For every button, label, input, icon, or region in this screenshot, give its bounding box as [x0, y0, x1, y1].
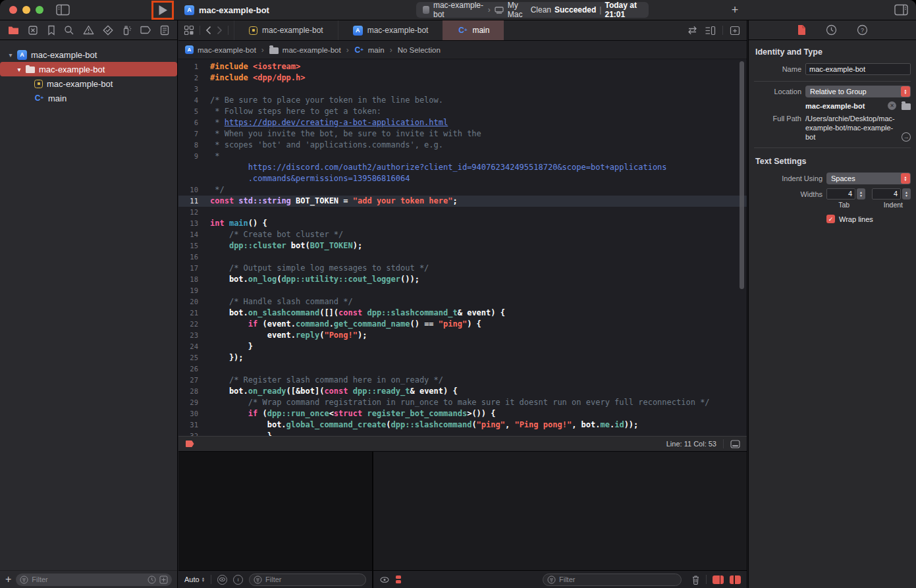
toggle-navigator-icon[interactable] [56, 4, 70, 16]
history-inspector-icon[interactable] [826, 24, 837, 36]
code-line[interactable]: https://discord.com/oauth2/authorize?cli… [178, 162, 747, 173]
line-number-gutter[interactable]: 3 [178, 84, 205, 95]
code-line[interactable]: 9 * [178, 151, 747, 162]
code-line[interactable]: 25 }); [178, 352, 747, 363]
code-line[interactable]: 27 /* Register slash command here in on_… [178, 375, 747, 386]
open-path-arrow-icon[interactable]: → [902, 132, 911, 142]
code-line[interactable]: .commands&permissions=139586816064 [178, 173, 747, 184]
show-variables-eye-icon[interactable] [217, 575, 227, 585]
line-number-gutter[interactable]: 31 [178, 419, 205, 431]
minimize-window-button[interactable] [22, 6, 30, 14]
code-line[interactable]: 8 * scopes 'bot' and 'applications.comma… [178, 140, 747, 151]
code-line[interactable]: 24 } [178, 341, 747, 352]
tab-width-stepper[interactable]: 4 ▲▼ [826, 188, 865, 200]
disclosure-chevron-icon[interactable]: ▾ [14, 66, 24, 73]
line-number-gutter[interactable]: 25 [178, 352, 205, 363]
code-line[interactable]: 19 [178, 285, 747, 296]
editor-tab[interactable]: C+main [443, 20, 504, 40]
scheme-target[interactable]: mac-example-bot [433, 1, 484, 19]
line-number-gutter[interactable]: 29 [178, 397, 205, 408]
toggle-console-view-icon[interactable] [730, 575, 741, 584]
line-number-gutter[interactable]: 27 [178, 375, 205, 386]
line-number-gutter[interactable]: 10 [178, 184, 205, 196]
console-filter-field[interactable]: Filter [543, 574, 682, 586]
source-control-navigator-icon[interactable] [28, 25, 38, 36]
stepper-arrows-icon[interactable]: ▲▼ [902, 188, 911, 200]
indent-using-dropdown[interactable]: Spaces ▲▼ [826, 173, 911, 184]
line-number-gutter[interactable]: 13 [178, 218, 205, 229]
line-number-gutter[interactable]: 18 [178, 274, 205, 285]
line-number-gutter[interactable] [178, 162, 205, 173]
breadcrumb-item[interactable]: No Selection [398, 46, 441, 54]
tree-item[interactable]: C+main [0, 91, 177, 105]
clear-console-trash-icon[interactable] [691, 575, 700, 585]
line-number-gutter[interactable]: 17 [178, 263, 205, 274]
tree-item[interactable]: ▾mac-example-bot [0, 62, 177, 76]
disclosure-chevron-icon[interactable]: ▾ [5, 51, 16, 59]
line-number-gutter[interactable]: 7 [178, 128, 205, 140]
breakpoints-navigator-icon[interactable] [140, 26, 151, 34]
source-editor[interactable]: 1#include <iostream>2#include <dpp/dpp.h… [178, 59, 747, 436]
line-number-gutter[interactable]: 16 [178, 252, 205, 263]
line-number-gutter[interactable]: 12 [178, 207, 205, 218]
issues-navigator-icon[interactable] [83, 25, 94, 35]
code-line[interactable]: 15 dpp::cluster bot(BOT_TOKEN); [178, 240, 747, 252]
editor-scrollbar[interactable] [740, 61, 744, 289]
project-navigator-icon[interactable] [8, 25, 19, 35]
scheme-selector[interactable]: mac-example-bot › My Mac [423, 1, 531, 19]
code-line[interactable]: 23 event.reply("Pong!"); [178, 330, 747, 341]
line-number-gutter[interactable]: 26 [178, 363, 205, 375]
tree-item[interactable]: mac-example-bot [0, 76, 177, 91]
code-line[interactable]: 26 [178, 363, 747, 375]
code-line[interactable]: 13int main() { [178, 218, 747, 229]
line-number-gutter[interactable]: 6 [178, 117, 205, 128]
indent-width-stepper[interactable]: 4 ▲▼ [872, 188, 911, 200]
code-line[interactable]: 5 * Follow steps here to get a token: [178, 106, 747, 117]
line-number-gutter[interactable]: 5 [178, 106, 205, 117]
code-line[interactable]: 4/* Be sure to place your token in the l… [178, 95, 747, 106]
code-line[interactable]: 1#include <iostream> [178, 61, 747, 72]
console-eye-icon[interactable] [379, 575, 390, 585]
variables-content[interactable] [178, 452, 372, 570]
toggle-inspector-icon[interactable] [894, 4, 908, 16]
close-window-button[interactable] [9, 6, 17, 14]
adjust-editor-options-icon[interactable] [705, 26, 716, 36]
code-line[interactable]: 21 bot.on_slashcommand([](const dpp::sla… [178, 307, 747, 319]
toggle-variables-view-icon[interactable] [713, 575, 724, 584]
quick-help-inspector-icon[interactable]: ? [857, 24, 868, 36]
reports-navigator-icon[interactable] [160, 25, 169, 36]
line-number-gutter[interactable]: 1 [178, 61, 205, 72]
line-number-gutter[interactable]: 22 [178, 319, 205, 330]
line-number-gutter[interactable]: 11 [178, 196, 205, 207]
code-line[interactable]: 3 [178, 84, 747, 95]
editor-tab[interactable]: Amac-example-bot [338, 20, 443, 40]
console-content[interactable] [373, 452, 747, 570]
location-dropdown[interactable]: Relative to Group ▲▼ [805, 86, 911, 97]
tree-item[interactable]: ▾Amac-example-bot [0, 47, 177, 62]
file-inspector-icon[interactable] [797, 24, 806, 36]
code-line[interactable]: 28 bot.on_ready([&bot](const dpp::ready_… [178, 386, 747, 397]
code-line[interactable]: 7 * When you invite the bot, be sure to … [178, 128, 747, 140]
add-file-button[interactable]: + [5, 574, 11, 585]
code-line[interactable]: 31 bot.global_command_create(dpp::slashc… [178, 419, 747, 431]
line-number-gutter[interactable]: 28 [178, 386, 205, 397]
choose-folder-icon[interactable] [902, 103, 911, 110]
line-number-gutter[interactable]: 8 [178, 140, 205, 151]
clear-location-icon[interactable]: ✕ [888, 101, 896, 110]
code-line[interactable]: 12 [178, 207, 747, 218]
line-col-indicator[interactable]: Line: 11 Col: 53 [666, 440, 716, 448]
code-line[interactable]: 17 /* Output simple log messages to stdo… [178, 263, 747, 274]
debug-navigator-icon[interactable] [121, 25, 132, 36]
editor-tab[interactable]: mac-example-bot [234, 20, 338, 40]
code-line[interactable]: 20 /* Handle slash command */ [178, 296, 747, 307]
line-number-gutter[interactable]: 21 [178, 307, 205, 319]
code-line[interactable]: 22 if (event.command.get_command_name() … [178, 319, 747, 330]
code-line[interactable]: 14 /* Create bot cluster */ [178, 229, 747, 240]
line-number-gutter[interactable]: 15 [178, 240, 205, 252]
line-number-gutter[interactable]: 30 [178, 408, 205, 419]
stepper-arrows-icon[interactable]: ▲▼ [857, 188, 865, 200]
code-line[interactable]: 6 * https://dpp.dev/creating-a-bot-appli… [178, 117, 747, 128]
line-number-gutter[interactable]: 24 [178, 341, 205, 352]
variables-info-icon[interactable]: i [233, 575, 243, 585]
toggle-debug-area-icon[interactable] [730, 440, 740, 448]
